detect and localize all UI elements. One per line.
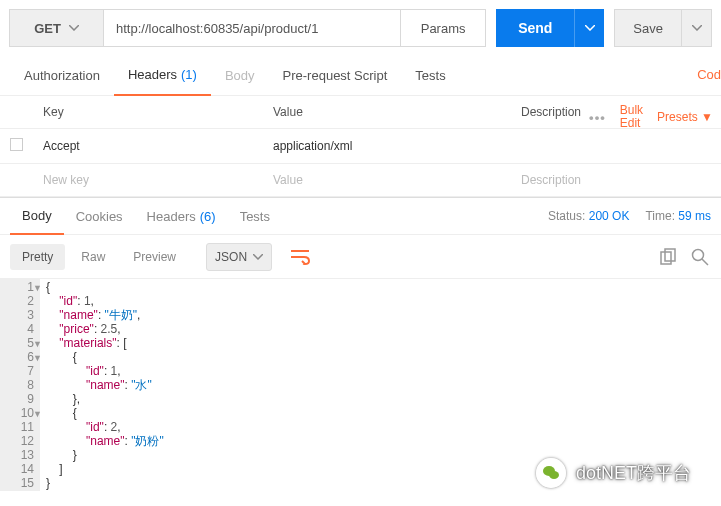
wrap-toggle[interactable] [286,243,314,271]
format-select[interactable]: JSON [206,243,272,271]
header-key-cell[interactable]: Accept [33,129,263,164]
chevron-down-icon [253,254,263,260]
tab-headers[interactable]: Headers (1) [114,56,211,96]
table-row[interactable]: Accept application/xml [0,129,721,164]
tab-tests[interactable]: Tests [401,56,459,96]
svg-point-5 [549,471,559,479]
table-row-new[interactable]: New key Value Description [0,164,721,197]
header-value-col: Value [263,96,511,129]
svg-rect-0 [661,252,671,264]
view-preview[interactable]: Preview [121,244,188,270]
response-tab-cookies[interactable]: Cookies [64,197,135,235]
response-tab-headers[interactable]: Headers (6) [135,197,228,235]
response-tab-headers-count: (6) [200,209,216,224]
chevron-down-icon [585,25,595,31]
save-button[interactable]: Save [614,9,682,47]
method-select[interactable]: GET [9,9,104,47]
row-checkbox[interactable] [10,138,23,151]
chevron-down-icon [69,25,79,31]
tab-body[interactable]: Body [211,56,269,96]
response-tab-body[interactable]: Body [10,197,64,235]
wechat-icon [536,458,566,488]
send-button[interactable]: Send [496,9,574,47]
header-desc-cell[interactable] [511,129,721,164]
save-dropdown[interactable] [682,9,712,47]
response-tab-headers-label: Headers [147,209,196,224]
watermark: dotNET跨平台 [536,458,691,488]
view-pretty[interactable]: Pretty [10,244,65,270]
new-value-input[interactable]: Value [263,164,511,197]
tab-headers-label: Headers [128,67,177,82]
view-raw[interactable]: Raw [69,244,117,270]
tab-headers-count: (1) [181,67,197,82]
svg-point-2 [693,249,704,260]
new-key-input[interactable]: New key [33,164,263,197]
url-input[interactable] [104,9,401,47]
format-label: JSON [215,250,247,264]
header-key-col: Key [33,96,263,129]
method-label: GET [34,21,61,36]
time-value: 59 ms [678,209,711,223]
presets-link[interactable]: Presets ▼ [657,110,713,124]
bulk-edit-link[interactable]: Bulk Edit [620,104,643,130]
params-button[interactable]: Params [401,9,486,47]
chevron-down-icon [692,25,702,31]
header-value-cell[interactable]: application/xml [263,129,511,164]
wrap-icon [290,249,310,265]
send-dropdown[interactable] [574,9,604,47]
svg-line-3 [702,259,708,265]
tab-authorization[interactable]: Authorization [10,56,114,96]
more-icon[interactable]: ••• [589,110,606,125]
response-tab-tests[interactable]: Tests [228,197,282,235]
code-link[interactable]: Cod [697,67,721,82]
copy-icon[interactable] [657,246,679,268]
svg-rect-1 [665,249,675,261]
watermark-text: dotNET跨平台 [576,461,691,485]
status-label: Status: 200 OK [548,209,629,223]
tab-prerequest[interactable]: Pre-request Script [269,56,402,96]
time-label: Time: 59 ms [645,209,711,223]
header-checkbox-col [0,96,33,129]
new-desc-input[interactable]: Description [511,164,721,197]
search-icon[interactable] [689,246,711,268]
status-value: 200 OK [589,209,630,223]
